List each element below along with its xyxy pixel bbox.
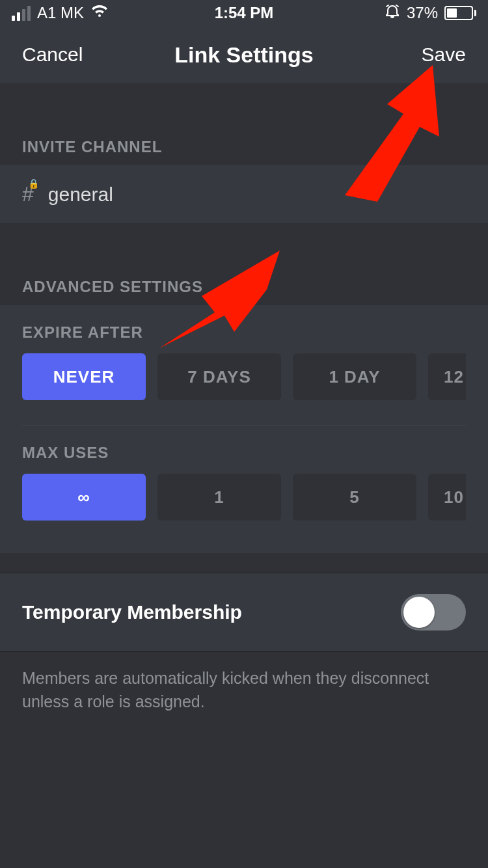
hash-lock-icon: #🔒	[22, 182, 34, 206]
channel-name: general	[48, 183, 113, 206]
temporary-membership-row: Temporary Membership	[0, 573, 488, 652]
battery-icon	[444, 6, 476, 20]
max-uses-option-10[interactable]: 10	[428, 474, 466, 521]
nav-bar: Cancel Link Settings Save	[0, 26, 488, 83]
max-uses-option-infinite[interactable]: ∞	[22, 474, 146, 521]
channel-row[interactable]: #🔒 general	[0, 165, 488, 223]
expire-option-7days[interactable]: 7 DAYS	[157, 353, 281, 400]
clock-label: 1:54 PM	[215, 4, 274, 22]
expire-after-label: EXPIRE AFTER	[22, 323, 466, 342]
cancel-button[interactable]: Cancel	[22, 44, 83, 66]
expire-option-12hours[interactable]: 12 HO	[428, 353, 466, 400]
expire-option-never[interactable]: NEVER	[22, 353, 146, 400]
wifi-icon	[90, 4, 109, 22]
max-uses-label: MAX USES	[22, 444, 466, 462]
advanced-settings-header: ADVANCED SETTINGS	[0, 269, 488, 305]
carrier-label: A1 MK	[37, 4, 84, 22]
battery-pct-label: 37%	[407, 4, 438, 22]
alarm-icon	[385, 3, 400, 23]
advanced-settings-panel: EXPIRE AFTER NEVER 7 DAYS 1 DAY 12 HO MA…	[0, 305, 488, 553]
save-button[interactable]: Save	[422, 44, 466, 66]
divider	[22, 425, 466, 426]
page-title: Link Settings	[174, 42, 313, 68]
expire-option-1day[interactable]: 1 DAY	[293, 353, 416, 400]
max-uses-option-5[interactable]: 5	[293, 474, 416, 521]
temporary-membership-toggle[interactable]	[401, 594, 466, 631]
expire-after-options: NEVER 7 DAYS 1 DAY 12 HO	[22, 353, 466, 400]
status-bar: A1 MK 1:54 PM 37%	[0, 0, 488, 26]
max-uses-option-1[interactable]: 1	[157, 474, 281, 521]
temporary-membership-help: Members are automatically kicked when th…	[0, 652, 488, 728]
invite-channel-header: INVITE CHANNEL	[0, 129, 488, 165]
max-uses-options: ∞ 1 5 10	[22, 474, 466, 521]
temporary-membership-label: Temporary Membership	[22, 601, 242, 623]
signal-icon	[12, 6, 31, 21]
